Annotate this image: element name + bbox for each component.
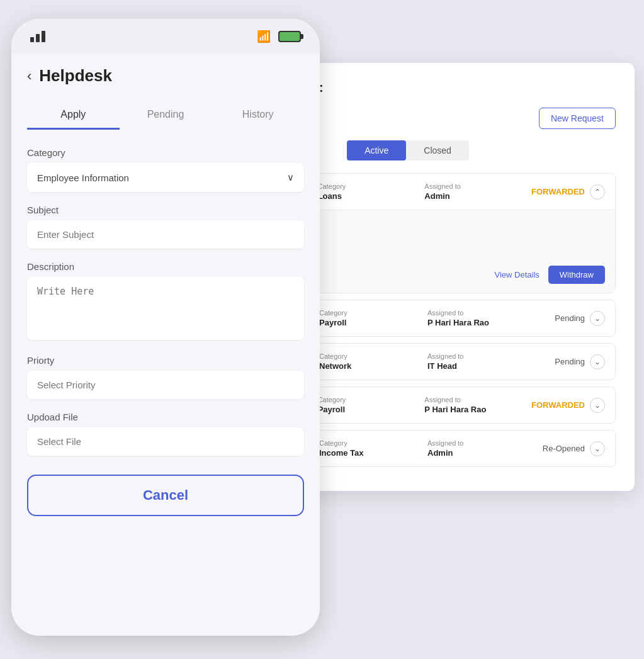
view-details-link-155[interactable]: View Details [495,270,539,279]
phone-frame: 📶 ‹ Helpdesk Apply Pending History Categ… [11,19,320,636]
ticket-category-col-152: Category Payroll [318,396,419,414]
expand-icon-155[interactable]: ⌃ [590,184,605,200]
expand-icon-151[interactable]: ⌄ [590,441,605,456]
ticket-category-col-153: Category Network [319,352,421,371]
tabs-container: Apply Pending History [27,101,304,130]
description-section: Description [27,261,304,342]
ticket-assigned-col-153: Assigned to IT Head [427,352,529,371]
battery-icon [278,31,301,42]
tab-pending[interactable]: Pending [120,101,212,130]
ticket-category-col-154: Category Payroll [319,309,421,327]
status-badge-151: Re-Opened [543,444,585,453]
file-input[interactable] [27,427,304,456]
tab-apply[interactable]: Apply [27,101,120,130]
category-section: Category Employee Information ∨ [27,147,304,192]
subject-input[interactable] [27,220,304,249]
status-badge-155: FORWARDED [531,187,585,196]
page-title: Helpdesk [39,66,112,86]
withdraw-button-155[interactable]: Withdraw [548,266,605,284]
new-request-button[interactable]: New Request [539,108,616,129]
description-label: Description [27,261,304,272]
upload-section: Updoad File [27,412,304,456]
ticket-assigned-col-154: Assigned to P Hari Hara Rao [427,309,529,327]
signal-icon [30,31,45,42]
priority-input[interactable] [27,371,304,399]
toggle-closed-button[interactable]: Closed [406,140,469,161]
status-badge-153: Pending [555,357,585,366]
toggle-active-button[interactable]: Active [347,140,406,161]
priority-label: Priorty [27,355,304,366]
description-input[interactable] [27,277,304,340]
ticket-assigned-col-151: Assigned to Admin [427,439,529,458]
expand-icon-153[interactable]: ⌄ [590,354,605,369]
expand-icon-152[interactable]: ⌄ [590,398,605,413]
status-badge-154: Pending [555,313,585,323]
cancel-button[interactable]: Cancel [27,475,304,516]
ticket-category-col-151: Category Income Tax [319,439,421,458]
ticket-assigned-col-152: Assigned to P Hari Hara Rao [424,396,525,414]
tab-history[interactable]: History [212,101,304,130]
status-badge-152: FORWARDED [531,400,585,410]
status-bar: 📶 [11,19,320,54]
category-label: Category [27,147,304,158]
subject-section: Subject [27,205,304,249]
category-select[interactable]: Employee Information ∨ [27,163,304,192]
ticket-category-col-155: Category Loans [318,183,419,201]
chevron-down-icon: ∨ [287,172,294,183]
subject-label: Subject [27,205,304,215]
upload-label: Updoad File [27,412,304,422]
back-arrow-icon[interactable]: ‹ [27,68,31,84]
priority-section: Priorty [27,355,304,399]
expand-icon-154[interactable]: ⌄ [590,311,605,326]
ticket-assigned-col-155: Assigned to Admin [424,183,525,201]
wifi-icon: 📶 [257,30,271,43]
